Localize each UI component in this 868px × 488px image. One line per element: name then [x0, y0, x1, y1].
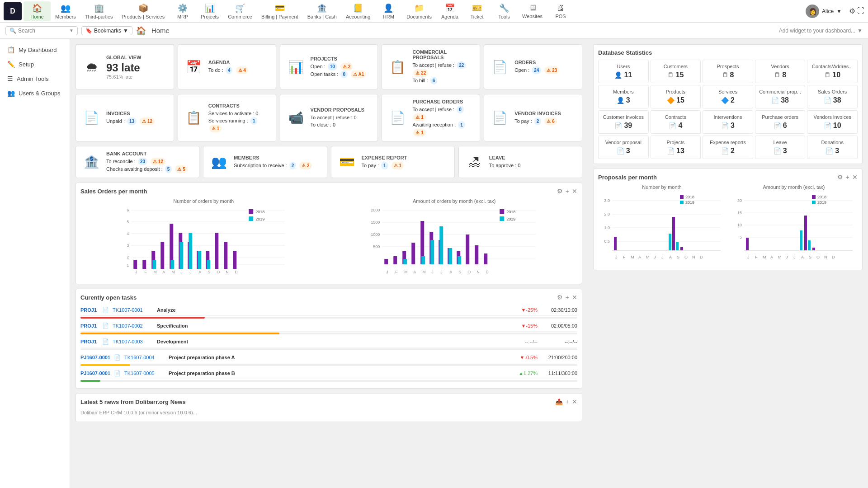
- stat-cell-leave[interactable]: Leave 📄 3: [755, 136, 806, 159]
- card-agenda[interactable]: 📅 AGENDA To do : 4 ⚠ 4: [178, 44, 276, 89]
- task-row[interactable]: PJ1607-0001 📄 TK1607-0004 Project prepar…: [80, 352, 577, 363]
- card-members[interactable]: 👥 MEMBERS Subscription to receive : 2 ⚠ …: [203, 146, 327, 178]
- sidebar-dashboard-label: My Dashboard: [19, 47, 57, 53]
- nav-item-pos[interactable]: 🖨 POS: [547, 1, 574, 21]
- tasks-filter-icon[interactable]: ⚙: [557, 294, 563, 301]
- stat-cell-purchase-orders[interactable]: Purchase orders 📄 6: [755, 110, 806, 134]
- stat-cell-vendor-proposal[interactable]: Vendor proposal 📄 3: [598, 136, 649, 159]
- stat-cell-sales-orders[interactable]: Sales Orders 📄 38: [807, 85, 858, 108]
- task-row[interactable]: PROJ1 📄 TK1007-0001 Analyze ▼-25% 02:30/…: [80, 305, 577, 316]
- bar-2018-a: [160, 242, 164, 269]
- nav-item-commerce[interactable]: 🛒 Commerce: [223, 1, 257, 21]
- card-bank-account[interactable]: 🏦 BANK ACCOUNT To reconcile : 23 ⚠ 12 Ch…: [75, 146, 199, 178]
- banks-nav-icon: 🏦: [317, 3, 327, 13]
- nav-item-hrm[interactable]: 👤 HRM: [375, 1, 402, 21]
- stat-cell-products[interactable]: Products 🔶 15: [651, 85, 701, 108]
- stat-name: Customer invoices: [601, 114, 646, 120]
- card-vendor-invoices[interactable]: 📄 VENDOR INVOICES To pay : 2 ⚠ 6: [484, 94, 582, 141]
- stat-cell-users[interactable]: Users 👤 11: [598, 60, 649, 83]
- svg-text:O: O: [217, 270, 220, 274]
- search-dropdown-icon[interactable]: ▼: [69, 28, 74, 33]
- nav-item-documents[interactable]: 📁 Documents: [402, 1, 436, 21]
- nav-item-products-services[interactable]: 📦 Products | Services: [118, 1, 170, 21]
- task-row[interactable]: PJ1607-0001 📄 TK1607-0005 Project prepar…: [80, 368, 577, 379]
- nav-item-tools[interactable]: 🔧 Tools: [491, 1, 518, 21]
- card-commercial-proposals[interactable]: 📋 COMMERCIAL PROPOSALS To accept | refus…: [382, 44, 480, 89]
- news-card: Latest 5 news from Dolibarr.org News 📤 +…: [75, 393, 582, 422]
- svg-text:2018: 2018: [506, 210, 515, 214]
- breadcrumb-home-icon[interactable]: 🏠: [136, 26, 146, 36]
- sidebar-item-users[interactable]: 👥 Users & Groups: [0, 86, 70, 100]
- nav-item-members[interactable]: 👥 Members: [51, 1, 80, 21]
- sidebar-item-dashboard[interactable]: 📋 My Dashboard: [0, 42, 70, 57]
- app-logo[interactable]: D: [4, 2, 22, 20]
- card-orders[interactable]: 📄 ORDERS Open : 24 ⚠ 23: [484, 44, 582, 89]
- stat-cell-vendors-invoices[interactable]: Vendors invoices 📄 10: [807, 110, 858, 134]
- nav-item-projects[interactable]: 📊 Projects: [196, 1, 223, 21]
- stat-name: Vendor proposal: [601, 140, 646, 145]
- proj-tasks-badge: 0: [340, 70, 348, 78]
- nav-item-accounting[interactable]: 📒 Accounting: [341, 1, 375, 21]
- search-icon: 🔍: [9, 28, 16, 34]
- global-view-icon: 🌧: [81, 60, 102, 75]
- settings-icon[interactable]: ⚙: [849, 7, 855, 15]
- tasks-close-icon[interactable]: ✕: [572, 294, 577, 301]
- stat-cell-expense-reports[interactable]: Expense reports 📄 2: [703, 136, 753, 159]
- card-contracts[interactable]: 📋 CONTRACTS Services to activate : 0 Ser…: [178, 94, 276, 141]
- close-chart-icon[interactable]: ✕: [572, 188, 577, 195]
- svg-text:2019: 2019: [506, 217, 515, 221]
- card-invoices[interactable]: 📄 INVOICES Unpaid : 13 ⚠ 12: [75, 94, 174, 141]
- sidebar-item-admin[interactable]: ☰ Admin Tools: [0, 71, 70, 86]
- fullscreen-icon[interactable]: ⛶: [857, 7, 864, 15]
- task-row[interactable]: PROJ1 📄 TK1007-0002 Specification ▼-15% …: [80, 320, 577, 332]
- filter-icon[interactable]: ⚙: [557, 188, 563, 195]
- prop-filter-icon[interactable]: ⚙: [837, 174, 843, 181]
- stat-cell-vendors[interactable]: Vendors 🗒 8: [755, 60, 806, 83]
- stat-cell-interventions[interactable]: Interventions 📄 3: [703, 110, 753, 134]
- nav-item-ticket[interactable]: 🎫 Ticket: [463, 1, 491, 21]
- card-leave[interactable]: 🏖 LEAVE To approve : 0: [458, 146, 582, 178]
- prop-close-icon[interactable]: ✕: [852, 174, 858, 181]
- stat-cell-contacts-addres---[interactable]: Contacts/Addres... 🗒 10: [807, 60, 858, 83]
- stat-cell-customers[interactable]: Customers 🗒 15: [651, 60, 701, 83]
- stat-cell-contracts[interactable]: Contracts 📄 4: [651, 110, 701, 134]
- news-close-icon[interactable]: ✕: [572, 398, 577, 405]
- nav-item-websites[interactable]: 🖥 Websites: [518, 1, 547, 21]
- svg-text:M: M: [631, 255, 634, 259]
- stat-cell-members[interactable]: Members 👤 3: [598, 85, 649, 108]
- card-expense-report[interactable]: 💳 EXPENSE REPORT To pay : 1 ⚠ 1: [331, 146, 455, 178]
- stat-cell-prospects[interactable]: Prospects 🗒 8: [703, 60, 753, 83]
- search-input[interactable]: [18, 28, 67, 34]
- card-global-view[interactable]: 🌧 GLOBAL VIEW 93 late 75.61% late: [75, 44, 174, 89]
- card-projects[interactable]: 📊 PROJECTS Open : 10 ⚠ 2 Open tasks : 0 …: [280, 44, 378, 89]
- card-purchase-orders[interactable]: 📄 PURCHASE ORDERS To accept | refuse : 0…: [382, 94, 480, 141]
- news-header: Latest 5 news from Dolibarr.org News 📤 +…: [80, 398, 577, 405]
- sidebar-item-setup[interactable]: ✏️ Setup: [0, 57, 70, 71]
- task-row[interactable]: PROJ1 📄 TK1007-0003 Development --:--/--…: [80, 336, 577, 347]
- nav-item-billing[interactable]: 💳 Billing | Payment: [257, 1, 303, 21]
- nav-item-agenda[interactable]: 📅 Agenda: [436, 1, 463, 21]
- news-export-icon[interactable]: 📤: [555, 398, 563, 405]
- tasks-add-icon[interactable]: +: [566, 294, 569, 301]
- contracts-info: Services to activate : 0 Services runnin…: [208, 110, 270, 133]
- svg-text:D: D: [700, 255, 703, 259]
- search-box[interactable]: 🔍 ▼: [5, 26, 78, 35]
- nav-item-third-parties[interactable]: 🏢 Third-parties: [80, 1, 118, 21]
- stat-cell-commercial-prop---[interactable]: Commercial prop... 📄 38: [755, 85, 806, 108]
- task-time: --:--/--: [541, 339, 577, 344]
- stat-cell-donations[interactable]: Donations 📄 3: [807, 136, 858, 159]
- nav-item-banks[interactable]: 🏦 Banks | Cash: [303, 1, 341, 21]
- news-add-icon[interactable]: +: [566, 398, 569, 405]
- user-menu[interactable]: 👩 Alice ▼: [802, 3, 845, 20]
- bookmarks-button[interactable]: 🔖 Bookmarks ▼: [81, 26, 132, 35]
- add-widget-button[interactable]: Add widget to your dashboard... ▼: [779, 28, 863, 34]
- svg-text:0.5: 0.5: [604, 239, 610, 244]
- nav-item-mrp[interactable]: ⚙️ MRP: [169, 1, 196, 21]
- stat-cell-customer-invoices[interactable]: Customer invoices 📄 39: [598, 110, 649, 134]
- add-chart-icon[interactable]: +: [566, 188, 569, 195]
- stat-cell-services[interactable]: Services 🔷 2: [703, 85, 753, 108]
- prop-add-icon[interactable]: +: [846, 174, 849, 181]
- nav-item-home[interactable]: 🏠 Home: [24, 1, 51, 21]
- card-vendor-proposals[interactable]: 📹 VENDOR PROPOSALS To accept | refuse : …: [280, 94, 378, 141]
- stat-cell-projects[interactable]: Projects 📄 13: [651, 136, 701, 159]
